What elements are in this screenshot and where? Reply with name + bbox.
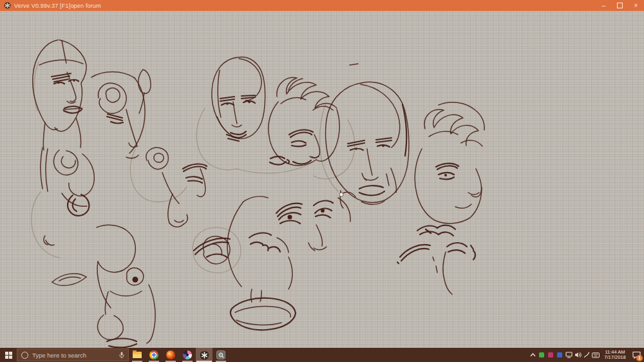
taskbar-clock[interactable]: 11:44 AM 7/17/2018 (602, 350, 628, 361)
cortana-icon (21, 352, 28, 359)
network-icon[interactable] (564, 348, 573, 362)
touch-keyboard-icon[interactable] (591, 348, 600, 362)
taskbar-app-firefox[interactable] (162, 348, 179, 362)
clock-date: 7/17/2018 (602, 355, 628, 361)
taskbar-app-verve[interactable] (196, 348, 213, 362)
window-controls: – × (596, 0, 644, 11)
microphone-icon[interactable] (119, 352, 124, 359)
start-button[interactable] (0, 348, 17, 362)
verve-icon (200, 350, 209, 360)
close-button[interactable]: × (628, 0, 644, 11)
verve-logo-icon (4, 2, 11, 9)
maximize-icon (617, 3, 623, 8)
drawing-canvas[interactable] (0, 11, 644, 348)
minimize-icon: – (602, 3, 606, 9)
file-explorer-icon (133, 352, 142, 358)
windows-logo-icon (5, 352, 12, 359)
screen-capture-icon (216, 350, 225, 359)
window-title: Verve V0.99v.37 [F1]open forum (14, 3, 101, 9)
taskbar: 11:44 AM 7/17/2018 1 (0, 348, 644, 362)
paint-wheel-icon (183, 350, 192, 359)
face-sketches (0, 11, 644, 348)
taskbar-search[interactable] (17, 348, 129, 361)
action-center-button[interactable]: 1 (630, 348, 643, 362)
taskbar-app-screen-capture[interactable] (213, 348, 229, 362)
volume-icon[interactable] (573, 348, 582, 362)
chrome-icon (149, 350, 158, 359)
pen-tablet-icon[interactable] (582, 348, 591, 362)
firefox-icon (166, 350, 175, 359)
cursor-dot (339, 193, 343, 196)
tray-green-app-icon[interactable] (537, 348, 546, 362)
maximize-button[interactable] (612, 0, 628, 11)
minimize-button[interactable]: – (596, 0, 612, 11)
taskbar-app-chrome[interactable] (146, 348, 162, 362)
search-input[interactable] (32, 352, 115, 359)
tray-blue-app-icon[interactable] (555, 348, 564, 362)
notification-badge: 1 (636, 355, 643, 361)
taskbar-app-paint-wheel[interactable] (179, 348, 196, 362)
system-tray: 11:44 AM 7/17/2018 1 (528, 348, 644, 362)
close-icon: × (634, 3, 638, 9)
taskbar-app-file-explorer[interactable] (129, 348, 146, 362)
tray-chevron-up-icon[interactable] (528, 348, 537, 362)
tray-magenta-app-icon[interactable] (546, 348, 555, 362)
title-bar: Verve V0.99v.37 [F1]open forum – × (0, 0, 644, 11)
